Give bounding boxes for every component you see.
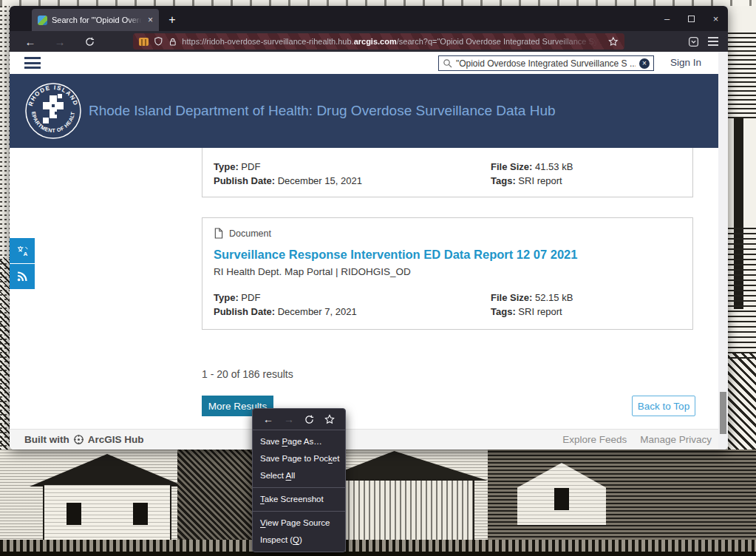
ridoh-seal-logo: RHODE ISLAND DEPARTMENT OF HEALTH bbox=[24, 82, 82, 140]
context-menu: ← → Save Page As…Save Page to PocketSele… bbox=[252, 408, 346, 552]
bookmark-star-icon[interactable] bbox=[324, 414, 335, 424]
search-icon bbox=[443, 58, 452, 68]
rss-icon bbox=[16, 271, 28, 282]
browser-tab[interactable]: Search for "'Opioid Overdose In × bbox=[32, 9, 159, 31]
maximize-icon bbox=[688, 16, 695, 22]
result-card[interactable]: Type: PDF Publish Date: December 15, 202… bbox=[202, 148, 693, 197]
card-category-label: Document bbox=[229, 228, 271, 239]
meta-publish-date: Publish Date: December 7, 2021 bbox=[214, 306, 491, 317]
lock-icon[interactable] bbox=[168, 37, 177, 47]
built-with-suffix: ArcGIS Hub bbox=[88, 434, 144, 445]
close-window-button[interactable]: × bbox=[704, 6, 728, 31]
background-shape bbox=[133, 503, 148, 525]
background-shape bbox=[0, 257, 10, 450]
pocket-button[interactable] bbox=[683, 31, 704, 52]
context-menu-item-inspect-q[interactable]: Inspect (Q) bbox=[253, 532, 345, 549]
url-domain: arcgis.com bbox=[354, 37, 397, 46]
back-icon[interactable]: ← bbox=[263, 413, 273, 425]
hamburger-icon bbox=[24, 57, 41, 59]
meta-publish-date: Publish Date: December 15, 2021 bbox=[214, 175, 491, 186]
hamburger-icon bbox=[24, 67, 41, 69]
extension-robot-icon[interactable] bbox=[139, 38, 149, 46]
background-shape bbox=[0, 0, 756, 6]
site-search-input[interactable]: "Opioid Overdose Integrated Surveillance… bbox=[438, 55, 654, 71]
new-tab-button[interactable]: + bbox=[162, 9, 183, 31]
share-panel: A bbox=[10, 238, 35, 290]
arcgis-hub-logo-icon bbox=[73, 434, 84, 445]
context-menu-icon-row: ← → bbox=[253, 409, 345, 430]
reload-icon bbox=[85, 37, 95, 47]
clear-search-button[interactable]: × bbox=[639, 58, 650, 69]
pocket-icon bbox=[688, 36, 699, 47]
site-header: RHODE ISLAND DEPARTMENT OF HEALTH Rhode … bbox=[10, 74, 728, 148]
hamburger-icon bbox=[24, 62, 41, 64]
built-with: Built with ArcGIS Hub bbox=[24, 434, 144, 445]
reload-button[interactable] bbox=[79, 31, 100, 52]
site-menu-button[interactable] bbox=[24, 57, 41, 69]
result-count: 1 - 20 of 186 results bbox=[202, 368, 293, 380]
context-menu-item-save-page-as[interactable]: Save Page As… bbox=[253, 433, 345, 450]
seal-cross-icon bbox=[43, 94, 64, 123]
background-shape bbox=[554, 488, 569, 510]
meta-type: Type: PDF bbox=[214, 292, 491, 303]
meta-tags: Tags: SRI report bbox=[491, 175, 573, 186]
manage-privacy-link[interactable]: Manage Privacy bbox=[640, 434, 712, 445]
translate-icon: A bbox=[16, 245, 29, 257]
sign-in-link[interactable]: Sign In bbox=[670, 57, 701, 68]
url-path: /search?q="Opioid Overdose Integrated Su… bbox=[397, 37, 604, 46]
window-controls: – × bbox=[655, 6, 728, 31]
background-shape bbox=[43, 484, 171, 547]
bookmark-star-icon[interactable] bbox=[608, 36, 619, 47]
footer-links: Explore Feeds Manage Privacy bbox=[562, 434, 712, 445]
tab-close-icon[interactable]: × bbox=[148, 16, 153, 24]
background-shape bbox=[728, 33, 756, 118]
card-category: Document bbox=[214, 228, 271, 239]
background-illustration bbox=[0, 6, 10, 450]
site-footer: Built with ArcGIS Hub Explore Feeds Mana… bbox=[10, 429, 728, 450]
url-text[interactable]: https://ridoh-overdose-surveillance-rihe… bbox=[182, 37, 603, 46]
web-page: "Opioid Overdose Integrated Surveillance… bbox=[10, 52, 728, 450]
page-scrollbar[interactable] bbox=[718, 52, 728, 450]
context-menu-separator bbox=[253, 511, 345, 512]
meta-file-size: File Size: 41.53 kB bbox=[491, 161, 573, 172]
context-menu-items: Save Page As…Save Page to PocketSelect A… bbox=[253, 430, 345, 549]
context-menu-item-take-screenshot[interactable]: Take Screenshot bbox=[253, 491, 345, 508]
document-icon bbox=[214, 228, 223, 239]
shield-icon[interactable] bbox=[154, 36, 163, 47]
minimize-button[interactable]: – bbox=[655, 6, 679, 31]
background-shape bbox=[728, 353, 756, 450]
reload-icon[interactable] bbox=[304, 415, 314, 424]
scrollbar-thumb[interactable] bbox=[720, 392, 726, 434]
background-shape bbox=[331, 479, 474, 547]
back-button[interactable]: ← bbox=[20, 31, 41, 52]
forward-button[interactable]: → bbox=[50, 31, 70, 52]
browser-window: Search for "'Opioid Overdose In × + – × … bbox=[10, 6, 728, 450]
forward-icon: → bbox=[284, 413, 294, 425]
tab-favicon-icon bbox=[38, 16, 47, 25]
background-shape bbox=[728, 228, 756, 361]
hamburger-icon bbox=[708, 37, 718, 38]
search-value: "Opioid Overdose Integrated Surveillance… bbox=[456, 58, 636, 69]
site-topbar: "Opioid Overdose Integrated Surveillance… bbox=[10, 52, 728, 74]
hamburger-icon bbox=[708, 44, 718, 46]
context-menu-item-save-page-to-pocket[interactable]: Save Page to Pocket bbox=[253, 450, 345, 467]
background-illustration bbox=[728, 6, 756, 450]
maximize-button[interactable] bbox=[679, 6, 704, 31]
context-menu-item-view-page-source[interactable]: View Page Source bbox=[253, 515, 345, 532]
background-shape bbox=[0, 552, 756, 556]
context-menu-item-select-all[interactable]: Select All bbox=[253, 467, 345, 484]
screenshot-canvas: Search for "'Opioid Overdose In × + – × … bbox=[0, 0, 756, 556]
result-title-link[interactable]: Surveillance Response Intervention ED Da… bbox=[214, 248, 577, 262]
translate-button[interactable]: A bbox=[10, 238, 35, 263]
rss-button[interactable] bbox=[10, 264, 35, 289]
background-shape bbox=[67, 503, 81, 525]
browser-menu-button[interactable] bbox=[703, 31, 723, 52]
built-with-prefix: Built with bbox=[24, 434, 69, 445]
back-to-top-button[interactable]: Back to Top bbox=[632, 396, 695, 416]
url-prefix: https://ridoh-overdose-surveillance-rihe… bbox=[182, 37, 353, 46]
tab-title: Search for "'Opioid Overdose In bbox=[52, 16, 143, 24]
meta-tags: Tags: SRI report bbox=[491, 306, 573, 317]
result-card[interactable]: Document Surveillance Response Intervent… bbox=[202, 217, 693, 330]
url-bar[interactable]: https://ridoh-overdose-surveillance-rihe… bbox=[133, 33, 624, 50]
explore-feeds-link[interactable]: Explore Feeds bbox=[562, 434, 627, 445]
